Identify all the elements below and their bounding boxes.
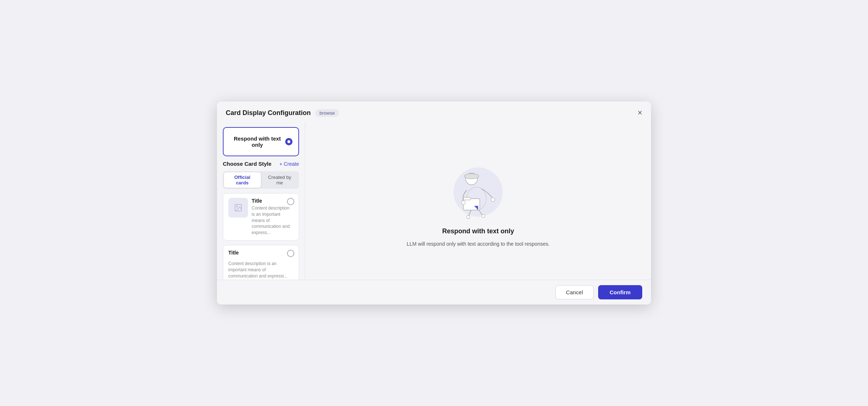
close-button[interactable]: ×	[638, 109, 642, 117]
choose-card-header: Choose Card Style + Create	[223, 161, 299, 167]
svg-point-14	[482, 214, 485, 218]
text-only-card[interactable]: Respond with text only	[223, 127, 299, 156]
confirm-button[interactable]: Confirm	[598, 285, 643, 299]
card-1-radio[interactable]	[287, 198, 294, 205]
create-button[interactable]: + Create	[279, 161, 299, 167]
preview-desc: LLM will respond only with text accordin…	[407, 241, 550, 247]
tab-official-cards[interactable]: Official cards	[224, 172, 261, 188]
modal-header: Card Display Configuration browse ×	[217, 102, 651, 123]
modal-footer: Cancel Confirm	[217, 280, 651, 304]
tabs-row: Official cards Created by me	[223, 171, 299, 189]
card-2-radio[interactable]	[287, 250, 294, 257]
left-panel: Respond with text only Choose Card Style…	[217, 123, 305, 280]
choose-card-style-title: Choose Card Style	[223, 161, 271, 167]
svg-point-1	[236, 206, 237, 207]
card-2-title: Title	[228, 250, 239, 256]
text-only-label: Respond with text only	[229, 135, 285, 148]
right-panel: Respond with text only LLM will respond …	[305, 123, 651, 280]
cancel-button[interactable]: Cancel	[555, 285, 594, 299]
card-item-1[interactable]: Title Content description is an importan…	[223, 193, 299, 241]
card-1-thumbnail	[228, 198, 248, 218]
preview-title: Respond with text only	[442, 227, 514, 235]
modal-title: Card Display Configuration	[226, 109, 311, 117]
preview-illustration	[445, 156, 511, 222]
browse-badge: browse	[315, 109, 339, 117]
svg-rect-9	[464, 197, 471, 200]
card-2-desc: Content description is an important mean…	[228, 261, 294, 279]
tab-created-by-me[interactable]: Created by me	[261, 172, 298, 188]
modal-container: Card Display Configuration browse × Resp…	[217, 102, 651, 304]
svg-point-7	[464, 173, 479, 179]
card-1-desc: Content description is an important mean…	[252, 205, 294, 236]
modal-body: Respond with text only Choose Card Style…	[217, 123, 651, 280]
svg-point-11	[461, 200, 465, 204]
text-only-radio[interactable]	[285, 138, 292, 145]
svg-point-13	[467, 215, 470, 218]
card-item-2[interactable]: Title Content description is an importan…	[223, 245, 299, 280]
svg-point-12	[491, 198, 495, 202]
